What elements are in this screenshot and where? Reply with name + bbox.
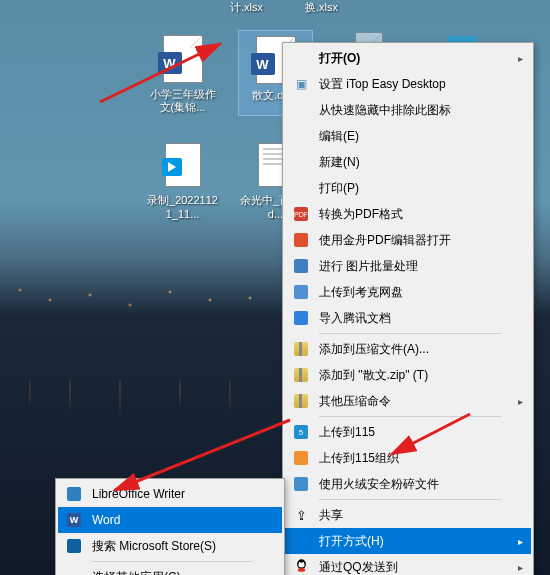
archive-icon	[294, 394, 308, 408]
chevron-right-icon: ▸	[518, 53, 523, 64]
menu-add-to-zip[interactable]: 添加到 "散文.zip" (T)	[285, 362, 531, 388]
desktop-icon-word-doc[interactable]: W 小学三年级作文(集锦...	[145, 30, 220, 116]
qq-icon	[294, 558, 309, 575]
pdf-editor-icon	[294, 233, 308, 247]
context-menu: 打开(O)▸ ▣设置 iTop Easy Desktop 从快速隐藏中排除此图标…	[282, 42, 534, 575]
icon-label: 小学三年级作文(集锦...	[147, 88, 218, 114]
image-icon	[294, 259, 308, 273]
menu-huorong-shred[interactable]: 使用火绒安全粉碎文件	[285, 471, 531, 497]
display-icon: ▣	[296, 77, 307, 91]
menu-separator	[319, 499, 501, 500]
svg-point-2	[298, 562, 300, 564]
word-icon: W	[67, 513, 81, 527]
menu-exclude-hide[interactable]: 从快速隐藏中排除此图标	[285, 97, 531, 123]
115-org-icon	[294, 451, 308, 465]
menu-print[interactable]: 打印(P)	[285, 175, 531, 201]
menu-separator	[92, 561, 252, 562]
submenu-word[interactable]: WWord	[58, 507, 282, 533]
submenu-choose-other[interactable]: 选择其他应用(C)	[58, 564, 282, 575]
open-with-submenu: LibreOffice Writer WWord 搜索 Microsoft St…	[55, 478, 285, 575]
menu-import-tencent[interactable]: 导入腾讯文档	[285, 305, 531, 331]
submenu-ms-store[interactable]: 搜索 Microsoft Store(S)	[58, 533, 282, 559]
archive-icon	[294, 368, 308, 382]
menu-open[interactable]: 打开(O)▸	[285, 45, 531, 71]
115-icon: 5	[294, 425, 308, 439]
icon-label: 录制_20221121_11...	[147, 194, 218, 220]
menu-upload-115-org[interactable]: 上传到115组织	[285, 445, 531, 471]
menu-upload-115[interactable]: 5上传到115	[285, 419, 531, 445]
menu-other-archive[interactable]: 其他压缩命令▸	[285, 388, 531, 414]
chevron-right-icon: ▸	[518, 396, 523, 407]
shred-icon	[294, 477, 308, 491]
svg-point-3	[302, 562, 304, 564]
menu-add-to-archive[interactable]: 添加到压缩文件(A)...	[285, 336, 531, 362]
icon-label: 换.xlsx	[305, 0, 338, 15]
desktop-icon-video-file[interactable]: 录制_20221121_11...	[145, 136, 220, 222]
cloud-icon	[294, 285, 308, 299]
menu-convert-pdf[interactable]: PDF转换为PDF格式	[285, 201, 531, 227]
menu-jinzhou-pdf[interactable]: 使用金舟PDF编辑器打开	[285, 227, 531, 253]
menu-separator	[319, 333, 501, 334]
menu-edit[interactable]: 编辑(E)	[285, 123, 531, 149]
menu-itop-desktop[interactable]: ▣设置 iTop Easy Desktop	[285, 71, 531, 97]
share-icon: ⇪	[296, 508, 307, 523]
menu-batch-image[interactable]: 进行 图片批量处理	[285, 253, 531, 279]
menu-upload-kk[interactable]: 上传到考克网盘	[285, 279, 531, 305]
menu-separator	[319, 416, 501, 417]
svg-point-4	[297, 568, 305, 572]
menu-qq-send[interactable]: 通过QQ发送到▸	[285, 554, 531, 575]
tencent-docs-icon	[294, 311, 308, 325]
pdf-icon: PDF	[294, 207, 308, 221]
ms-store-icon	[67, 539, 81, 553]
menu-open-with[interactable]: 打开方式(H)▸	[285, 528, 531, 554]
chevron-right-icon: ▸	[518, 536, 523, 547]
archive-icon	[294, 342, 308, 356]
menu-new[interactable]: 新建(N)	[285, 149, 531, 175]
icon-label: 计.xlsx	[230, 0, 263, 15]
libreoffice-icon	[67, 487, 81, 501]
menu-share[interactable]: ⇪共享	[285, 502, 531, 528]
submenu-libreoffice[interactable]: LibreOffice Writer	[58, 481, 282, 507]
chevron-right-icon: ▸	[518, 562, 523, 573]
